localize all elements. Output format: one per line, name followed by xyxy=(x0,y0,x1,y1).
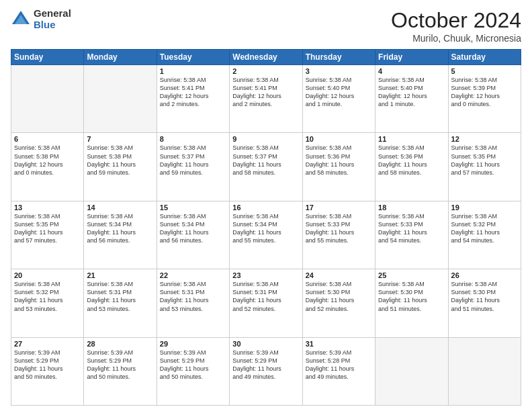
day-number: 9 xyxy=(232,135,299,143)
day-info: Sunrise: 5:38 AM Sunset: 5:30 PM Dayligh… xyxy=(306,280,372,313)
day-number: 20 xyxy=(14,271,81,279)
day-info: Sunrise: 5:38 AM Sunset: 5:41 PM Dayligh… xyxy=(232,76,299,109)
logo-icon xyxy=(11,9,31,30)
day-info: Sunrise: 5:38 AM Sunset: 5:30 PM Dayligh… xyxy=(451,280,518,313)
title-location: Murilo, Chuuk, Micronesia xyxy=(391,33,521,44)
day-number: 3 xyxy=(306,67,372,75)
day-info: Sunrise: 5:38 AM Sunset: 5:41 PM Dayligh… xyxy=(160,76,226,109)
calendar-cell: 28Sunrise: 5:39 AM Sunset: 5:29 PM Dayli… xyxy=(84,337,157,405)
calendar-cell: 23Sunrise: 5:38 AM Sunset: 5:31 PM Dayli… xyxy=(230,269,302,337)
calendar-cell: 29Sunrise: 5:39 AM Sunset: 5:29 PM Dayli… xyxy=(157,337,229,405)
day-info: Sunrise: 5:38 AM Sunset: 5:33 PM Dayligh… xyxy=(378,212,445,245)
day-info: Sunrise: 5:38 AM Sunset: 5:30 PM Dayligh… xyxy=(378,280,445,313)
day-info: Sunrise: 5:38 AM Sunset: 5:31 PM Dayligh… xyxy=(87,280,153,313)
day-info: Sunrise: 5:38 AM Sunset: 5:33 PM Dayligh… xyxy=(306,212,372,245)
day-number: 15 xyxy=(160,203,226,212)
calendar-cell: 21Sunrise: 5:38 AM Sunset: 5:31 PM Dayli… xyxy=(84,269,157,337)
day-info: Sunrise: 5:38 AM Sunset: 5:39 PM Dayligh… xyxy=(451,76,518,109)
day-number: 29 xyxy=(160,340,226,348)
day-info: Sunrise: 5:38 AM Sunset: 5:38 PM Dayligh… xyxy=(14,144,81,177)
calendar-cell: 18Sunrise: 5:38 AM Sunset: 5:33 PM Dayli… xyxy=(375,201,448,269)
day-number: 23 xyxy=(232,271,299,279)
day-number: 2 xyxy=(232,67,299,75)
day-number: 18 xyxy=(378,203,445,212)
logo: General Blue xyxy=(11,8,71,30)
day-info: Sunrise: 5:38 AM Sunset: 5:31 PM Dayligh… xyxy=(232,280,299,313)
day-info: Sunrise: 5:38 AM Sunset: 5:31 PM Dayligh… xyxy=(160,280,226,313)
day-info: Sunrise: 5:39 AM Sunset: 5:29 PM Dayligh… xyxy=(87,349,153,381)
calendar-cell: 3Sunrise: 5:38 AM Sunset: 5:40 PM Daylig… xyxy=(302,65,375,133)
day-info: Sunrise: 5:38 AM Sunset: 5:38 PM Dayligh… xyxy=(87,144,153,177)
logo-general: General xyxy=(34,8,71,19)
calendar-cell: 5Sunrise: 5:38 AM Sunset: 5:39 PM Daylig… xyxy=(448,65,521,133)
calendar-cell: 31Sunrise: 5:39 AM Sunset: 5:28 PM Dayli… xyxy=(302,337,375,405)
day-number: 12 xyxy=(451,135,518,143)
day-info: Sunrise: 5:38 AM Sunset: 5:37 PM Dayligh… xyxy=(232,144,299,177)
calendar-cell: 17Sunrise: 5:38 AM Sunset: 5:33 PM Dayli… xyxy=(302,201,375,269)
day-number: 27 xyxy=(14,340,81,348)
day-info: Sunrise: 5:38 AM Sunset: 5:34 PM Dayligh… xyxy=(87,212,153,245)
calendar-cell xyxy=(375,337,448,405)
week-row-2: 13Sunrise: 5:38 AM Sunset: 5:35 PM Dayli… xyxy=(11,201,521,269)
day-info: Sunrise: 5:38 AM Sunset: 5:32 PM Dayligh… xyxy=(14,280,81,313)
day-number: 4 xyxy=(378,67,445,75)
day-number: 10 xyxy=(306,135,372,143)
day-number: 17 xyxy=(306,203,372,212)
day-number: 21 xyxy=(87,271,153,279)
week-row-0: 1Sunrise: 5:38 AM Sunset: 5:41 PM Daylig… xyxy=(11,65,521,133)
header-day-monday: Monday xyxy=(84,50,157,65)
week-row-1: 6Sunrise: 5:38 AM Sunset: 5:38 PM Daylig… xyxy=(11,133,521,201)
day-info: Sunrise: 5:38 AM Sunset: 5:37 PM Dayligh… xyxy=(160,144,226,177)
calendar-cell: 30Sunrise: 5:39 AM Sunset: 5:29 PM Dayli… xyxy=(230,337,302,405)
day-info: Sunrise: 5:39 AM Sunset: 5:29 PM Dayligh… xyxy=(160,349,226,381)
day-number: 1 xyxy=(160,67,226,75)
day-number: 24 xyxy=(306,271,372,279)
header: General Blue October 2024 Murilo, Chuuk,… xyxy=(11,8,521,44)
calendar-cell: 25Sunrise: 5:38 AM Sunset: 5:30 PM Dayli… xyxy=(375,269,448,337)
logo-blue: Blue xyxy=(34,19,71,31)
calendar-cell: 26Sunrise: 5:38 AM Sunset: 5:30 PM Dayli… xyxy=(448,269,521,337)
day-info: Sunrise: 5:38 AM Sunset: 5:36 PM Dayligh… xyxy=(378,144,445,177)
calendar-header: SundayMondayTuesdayWednesdayThursdayFrid… xyxy=(11,50,521,65)
calendar-cell: 2Sunrise: 5:38 AM Sunset: 5:41 PM Daylig… xyxy=(230,65,302,133)
calendar-cell: 13Sunrise: 5:38 AM Sunset: 5:35 PM Dayli… xyxy=(11,201,84,269)
day-number: 25 xyxy=(378,271,445,279)
calendar-cell: 14Sunrise: 5:38 AM Sunset: 5:34 PM Dayli… xyxy=(84,201,157,269)
calendar-cell xyxy=(84,65,157,133)
day-number: 8 xyxy=(160,135,226,143)
day-number: 7 xyxy=(87,135,153,143)
calendar-body: 1Sunrise: 5:38 AM Sunset: 5:41 PM Daylig… xyxy=(11,65,521,406)
day-info: Sunrise: 5:38 AM Sunset: 5:32 PM Dayligh… xyxy=(451,212,518,245)
day-number: 26 xyxy=(451,271,518,279)
logo-text: General Blue xyxy=(34,8,71,30)
calendar-cell: 27Sunrise: 5:39 AM Sunset: 5:29 PM Dayli… xyxy=(11,337,84,405)
day-info: Sunrise: 5:39 AM Sunset: 5:28 PM Dayligh… xyxy=(306,349,372,381)
day-number: 28 xyxy=(87,340,153,348)
calendar-cell: 24Sunrise: 5:38 AM Sunset: 5:30 PM Dayli… xyxy=(302,269,375,337)
week-row-3: 20Sunrise: 5:38 AM Sunset: 5:32 PM Dayli… xyxy=(11,269,521,337)
title-block: October 2024 Murilo, Chuuk, Micronesia xyxy=(391,8,521,44)
day-number: 30 xyxy=(232,340,299,348)
calendar-cell: 20Sunrise: 5:38 AM Sunset: 5:32 PM Dayli… xyxy=(11,269,84,337)
day-number: 19 xyxy=(451,203,518,212)
day-info: Sunrise: 5:38 AM Sunset: 5:35 PM Dayligh… xyxy=(451,144,518,177)
header-day-sunday: Sunday xyxy=(11,50,84,65)
day-info: Sunrise: 5:38 AM Sunset: 5:34 PM Dayligh… xyxy=(232,212,299,245)
header-day-saturday: Saturday xyxy=(448,50,521,65)
calendar-cell: 19Sunrise: 5:38 AM Sunset: 5:32 PM Dayli… xyxy=(448,201,521,269)
week-row-4: 27Sunrise: 5:39 AM Sunset: 5:29 PM Dayli… xyxy=(11,337,521,405)
calendar-cell: 4Sunrise: 5:38 AM Sunset: 5:40 PM Daylig… xyxy=(375,65,448,133)
day-number: 22 xyxy=(160,271,226,279)
calendar-cell: 16Sunrise: 5:38 AM Sunset: 5:34 PM Dayli… xyxy=(230,201,302,269)
day-info: Sunrise: 5:38 AM Sunset: 5:36 PM Dayligh… xyxy=(306,144,372,177)
day-number: 31 xyxy=(306,340,372,348)
calendar-cell: 9Sunrise: 5:38 AM Sunset: 5:37 PM Daylig… xyxy=(230,133,302,201)
calendar-cell: 8Sunrise: 5:38 AM Sunset: 5:37 PM Daylig… xyxy=(157,133,229,201)
header-day-thursday: Thursday xyxy=(302,50,375,65)
calendar-table: SundayMondayTuesdayWednesdayThursdayFrid… xyxy=(11,49,521,406)
day-info: Sunrise: 5:38 AM Sunset: 5:34 PM Dayligh… xyxy=(160,212,226,245)
day-info: Sunrise: 5:38 AM Sunset: 5:40 PM Dayligh… xyxy=(306,76,372,109)
day-info: Sunrise: 5:39 AM Sunset: 5:29 PM Dayligh… xyxy=(14,349,81,381)
day-info: Sunrise: 5:38 AM Sunset: 5:40 PM Dayligh… xyxy=(378,76,445,109)
header-day-wednesday: Wednesday xyxy=(230,50,302,65)
